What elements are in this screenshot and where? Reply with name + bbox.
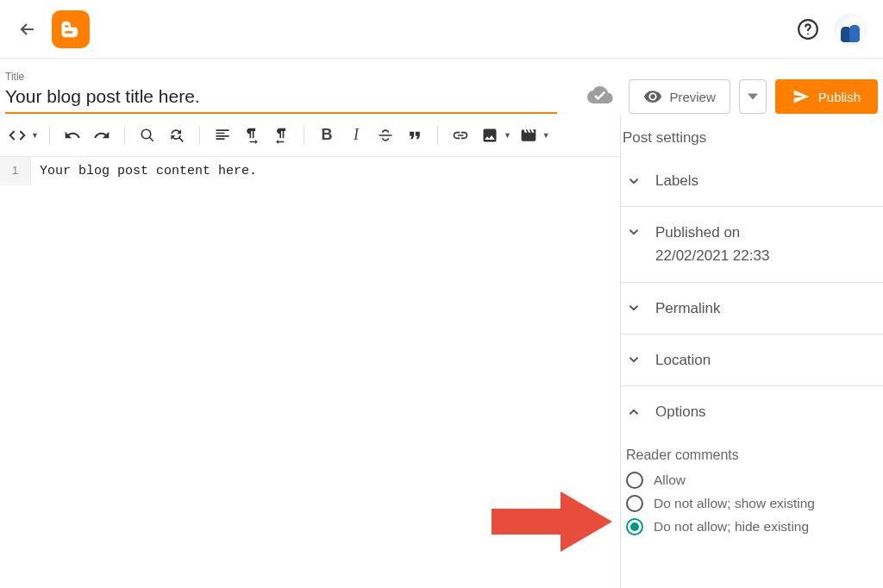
undo-icon (64, 127, 81, 144)
title-actions: Preview Publish (587, 79, 878, 114)
paragraph-ltr-icon (243, 127, 260, 144)
setting-label: Options (655, 400, 706, 423)
cloud-done-icon (587, 82, 613, 108)
setting-label: Permalink (655, 297, 721, 320)
link-button[interactable] (448, 123, 473, 147)
setting-options[interactable]: Options (621, 386, 883, 437)
caret-down-icon: ▼ (542, 131, 550, 140)
setting-location[interactable]: Location (621, 335, 883, 386)
help-button[interactable] (797, 18, 819, 41)
radio-label: Do not allow; hide existing (654, 519, 809, 535)
video-button[interactable] (517, 123, 541, 147)
video-icon (520, 127, 537, 144)
find-replace-icon (168, 127, 185, 144)
separator (199, 126, 200, 145)
radio-icon (626, 495, 643, 512)
quote-icon (406, 127, 423, 144)
editor-content: 1 Your blog post content here. (0, 157, 620, 185)
separator (304, 126, 304, 145)
redo-button[interactable] (90, 123, 114, 147)
eye-icon (643, 87, 662, 106)
back-button[interactable] (17, 19, 38, 40)
caret-down-icon: ▼ (504, 131, 511, 140)
preview-label: Preview (669, 90, 715, 104)
publish-button[interactable]: Publish (775, 79, 878, 114)
link-icon (452, 127, 469, 144)
radio-label: Allow (654, 472, 686, 488)
options-content: Reader comments Allow Do not allow; show… (621, 437, 883, 535)
send-icon (792, 88, 810, 105)
sidebar-title: Post settings (621, 129, 883, 155)
chevron-down-icon (624, 352, 643, 367)
setting-permalink[interactable]: Permalink (621, 283, 883, 335)
help-icon (797, 18, 819, 41)
chevron-down-icon (624, 224, 643, 240)
post-settings-sidebar: Post settings Labels Published on 22/02/… (621, 114, 883, 588)
separator (437, 126, 438, 145)
redo-icon (93, 127, 110, 144)
preview-button[interactable]: Preview (629, 79, 730, 114)
header-right (797, 14, 866, 45)
reader-comments-title: Reader comments (626, 447, 878, 463)
body: ▼ B (0, 114, 883, 588)
saved-indicator (587, 82, 613, 111)
align-button[interactable] (210, 123, 235, 147)
code-icon (9, 127, 26, 144)
html-view-button[interactable] (5, 123, 29, 147)
setting-label: Labels (655, 169, 698, 192)
preview-dropdown[interactable] (739, 79, 767, 114)
caret-down-icon (748, 91, 758, 102)
editor-toolbar: ▼ B (0, 114, 620, 157)
undo-button[interactable] (60, 123, 85, 147)
bold-icon: B (321, 126, 332, 144)
setting-label: Published on 22/02/2021 22:33 (655, 221, 769, 267)
caret-down-icon: ▼ (31, 131, 39, 140)
setting-published[interactable]: Published on 22/02/2021 22:33 (621, 207, 883, 282)
radio-do-not-allow-show[interactable]: Do not allow; show existing (626, 495, 878, 512)
arrow-left-icon (17, 19, 38, 40)
radio-do-not-allow-hide[interactable]: Do not allow; hide existing (626, 518, 878, 535)
radio-allow[interactable]: Allow (626, 472, 878, 489)
radio-icon (626, 472, 643, 489)
line-number: 1 (0, 164, 30, 177)
separator (49, 126, 50, 145)
code-area[interactable]: Your blog post content here. (31, 157, 620, 185)
chevron-down-icon (624, 300, 643, 316)
title-field: Title (5, 71, 557, 114)
separator (124, 126, 125, 145)
quote-button[interactable] (403, 123, 427, 147)
italic-icon: I (354, 126, 359, 144)
title-bar: Title Preview Publish (0, 59, 883, 114)
bold-button[interactable]: B (315, 123, 339, 147)
search-icon (140, 128, 155, 143)
svg-point-2 (141, 129, 151, 139)
strikethrough-button[interactable] (373, 123, 398, 147)
image-icon (481, 127, 498, 144)
ltr-button[interactable] (240, 123, 264, 147)
paragraph-rtl-icon (272, 127, 290, 144)
editor-pane: ▼ B (0, 114, 621, 588)
setting-labels[interactable]: Labels (621, 155, 883, 207)
svg-point-1 (807, 33, 809, 34)
radio-label: Do not allow; show existing (654, 496, 815, 511)
chevron-up-icon (624, 404, 643, 420)
user-avatar[interactable] (835, 14, 866, 45)
find-replace-button[interactable] (165, 123, 189, 147)
italic-button[interactable]: I (344, 123, 368, 147)
app-header (0, 0, 883, 59)
image-button[interactable] (478, 123, 502, 147)
title-label: Title (5, 71, 557, 83)
title-input[interactable] (5, 83, 557, 114)
align-left-icon (214, 127, 231, 144)
strikethrough-icon (377, 127, 394, 144)
blogger-logo (52, 10, 90, 48)
rtl-button[interactable] (269, 123, 293, 147)
setting-label: Location (655, 348, 711, 372)
search-button[interactable] (135, 123, 160, 147)
line-gutter: 1 (0, 157, 31, 185)
blogger-logo-icon (59, 17, 83, 41)
radio-checked-icon (626, 518, 643, 535)
publish-label: Publish (818, 90, 861, 104)
header-left (17, 10, 90, 48)
chevron-down-icon (624, 173, 643, 189)
